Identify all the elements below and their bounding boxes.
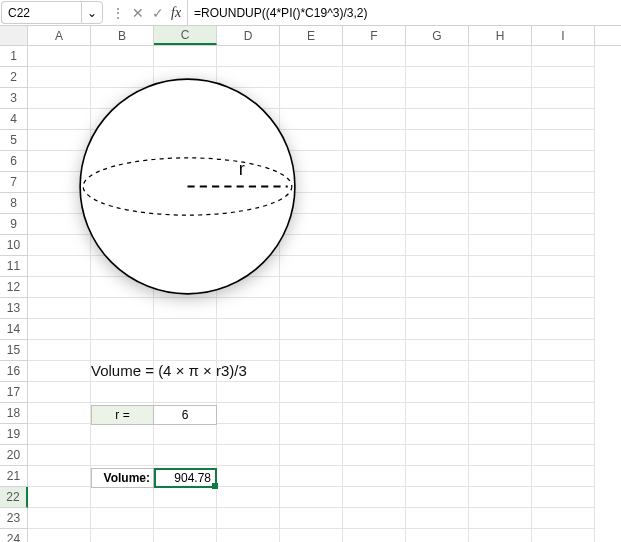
cell-I20[interactable]	[532, 445, 595, 466]
cell-E13[interactable]	[280, 298, 343, 319]
cell-G17[interactable]	[406, 382, 469, 403]
cell-E14[interactable]	[280, 319, 343, 340]
cell-G1[interactable]	[406, 46, 469, 67]
row-header-19[interactable]: 19	[0, 424, 28, 445]
cell-G2[interactable]	[406, 67, 469, 88]
cell-F23[interactable]	[343, 508, 406, 529]
cell-E18[interactable]	[280, 403, 343, 424]
cell-F6[interactable]	[343, 151, 406, 172]
cell-G11[interactable]	[406, 256, 469, 277]
cell-H19[interactable]	[469, 424, 532, 445]
cell-C22[interactable]	[154, 487, 217, 508]
cell-E19[interactable]	[280, 424, 343, 445]
cell-D14[interactable]	[217, 319, 280, 340]
cell-F21[interactable]	[343, 466, 406, 487]
cell-F9[interactable]	[343, 214, 406, 235]
cell-E21[interactable]	[280, 466, 343, 487]
cell-G22[interactable]	[406, 487, 469, 508]
name-box-dropdown[interactable]: ⌄	[81, 1, 103, 24]
cell-B13[interactable]	[91, 298, 154, 319]
cell-C1[interactable]	[154, 46, 217, 67]
cell-H3[interactable]	[469, 88, 532, 109]
row-header-5[interactable]: 5	[0, 130, 28, 151]
cell-I16[interactable]	[532, 361, 595, 382]
cell-I1[interactable]	[532, 46, 595, 67]
row-header-13[interactable]: 13	[0, 298, 28, 319]
cell-H18[interactable]	[469, 403, 532, 424]
cell-D23[interactable]	[217, 508, 280, 529]
cell-G8[interactable]	[406, 193, 469, 214]
cell-C13[interactable]	[154, 298, 217, 319]
cell-F5[interactable]	[343, 130, 406, 151]
cell-E1[interactable]	[280, 46, 343, 67]
row-header-16[interactable]: 16	[0, 361, 28, 382]
cell-H1[interactable]	[469, 46, 532, 67]
cell-F16[interactable]	[343, 361, 406, 382]
row-header-11[interactable]: 11	[0, 256, 28, 277]
cell-G24[interactable]	[406, 529, 469, 542]
cell-I19[interactable]	[532, 424, 595, 445]
cell-H16[interactable]	[469, 361, 532, 382]
row-header-9[interactable]: 9	[0, 214, 28, 235]
cell-F14[interactable]	[343, 319, 406, 340]
cell-G18[interactable]	[406, 403, 469, 424]
row-header-4[interactable]: 4	[0, 109, 28, 130]
row-header-7[interactable]: 7	[0, 172, 28, 193]
cell-I11[interactable]	[532, 256, 595, 277]
cell-A14[interactable]	[28, 319, 91, 340]
cell-F12[interactable]	[343, 277, 406, 298]
cell-G14[interactable]	[406, 319, 469, 340]
cell-I6[interactable]	[532, 151, 595, 172]
r-value-cell[interactable]: 6	[154, 405, 217, 425]
cell-F13[interactable]	[343, 298, 406, 319]
cell-H10[interactable]	[469, 235, 532, 256]
cell-E16[interactable]	[280, 361, 343, 382]
cell-G5[interactable]	[406, 130, 469, 151]
cell-H13[interactable]	[469, 298, 532, 319]
cell-A15[interactable]	[28, 340, 91, 361]
cell-F10[interactable]	[343, 235, 406, 256]
cell-I24[interactable]	[532, 529, 595, 542]
volume-value-cell[interactable]: 904.78	[154, 468, 217, 488]
cell-G23[interactable]	[406, 508, 469, 529]
cell-D13[interactable]	[217, 298, 280, 319]
cell-I21[interactable]	[532, 466, 595, 487]
cell-G16[interactable]	[406, 361, 469, 382]
cell-F3[interactable]	[343, 88, 406, 109]
cell-H5[interactable]	[469, 130, 532, 151]
cell-F24[interactable]	[343, 529, 406, 542]
cell-G19[interactable]	[406, 424, 469, 445]
cell-I15[interactable]	[532, 340, 595, 361]
row-header-20[interactable]: 20	[0, 445, 28, 466]
cell-A16[interactable]	[28, 361, 91, 382]
cell-F1[interactable]	[343, 46, 406, 67]
cell-H15[interactable]	[469, 340, 532, 361]
row-header-23[interactable]: 23	[0, 508, 28, 529]
fx-icon[interactable]: fx	[169, 5, 183, 21]
cell-H12[interactable]	[469, 277, 532, 298]
cell-F11[interactable]	[343, 256, 406, 277]
cell-E17[interactable]	[280, 382, 343, 403]
cell-F18[interactable]	[343, 403, 406, 424]
cell-G6[interactable]	[406, 151, 469, 172]
cell-F17[interactable]	[343, 382, 406, 403]
cell-F22[interactable]	[343, 487, 406, 508]
cell-G12[interactable]	[406, 277, 469, 298]
column-header-H[interactable]: H	[469, 26, 532, 45]
column-header-E[interactable]: E	[280, 26, 343, 45]
cell-H2[interactable]	[469, 67, 532, 88]
row-header-18[interactable]: 18	[0, 403, 28, 424]
cell-C14[interactable]	[154, 319, 217, 340]
cell-C15[interactable]	[154, 340, 217, 361]
cell-B20[interactable]	[91, 445, 154, 466]
cell-G15[interactable]	[406, 340, 469, 361]
cell-H11[interactable]	[469, 256, 532, 277]
cell-I4[interactable]	[532, 109, 595, 130]
cell-H24[interactable]	[469, 529, 532, 542]
cell-H17[interactable]	[469, 382, 532, 403]
cell-B17[interactable]	[91, 382, 154, 403]
cell-I5[interactable]	[532, 130, 595, 151]
cell-F7[interactable]	[343, 172, 406, 193]
column-header-B[interactable]: B	[91, 26, 154, 45]
cell-C24[interactable]	[154, 529, 217, 542]
